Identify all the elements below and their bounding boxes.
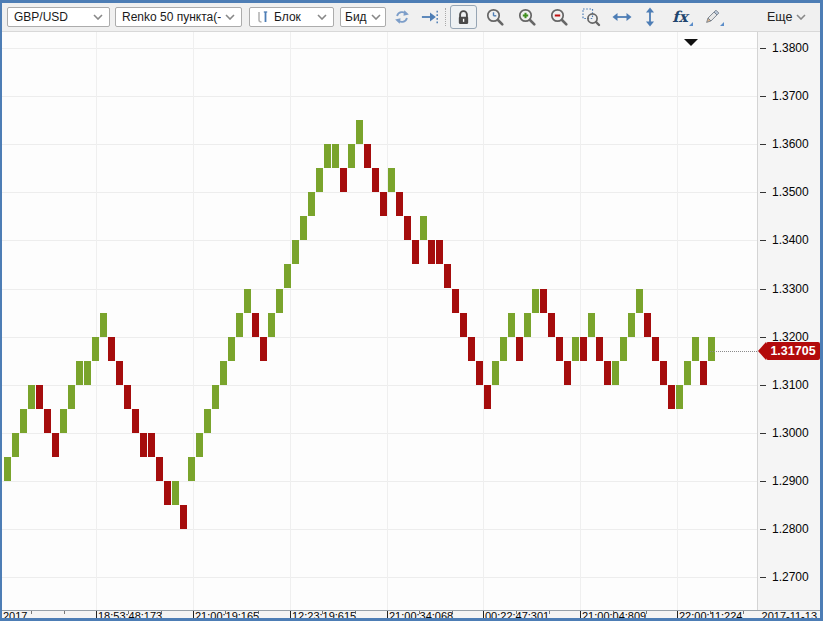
current-price-badge-tip [758, 342, 766, 360]
price-side-value: Бид [345, 10, 369, 24]
renko-brick [100, 313, 107, 337]
price-tick-label: 1.3000 [772, 426, 809, 440]
renko-brick [284, 264, 291, 288]
renko-brick [76, 361, 83, 385]
renko-brick [12, 433, 19, 457]
renko-brick [300, 216, 307, 240]
renko-brick [316, 168, 323, 192]
horizontal-gridline [2, 48, 757, 49]
vertical-gridline [290, 32, 291, 610]
horizontal-gridline [2, 385, 757, 386]
renko-brick [404, 216, 411, 240]
time-tick-label: 2017-11-13 [762, 611, 817, 621]
indicators-button[interactable]: fx [666, 7, 694, 27]
fx-icon: fx [672, 10, 687, 25]
time-major-tick [580, 611, 581, 621]
renko-brick [620, 337, 627, 361]
draw-button[interactable] [699, 7, 725, 27]
renko-brick [244, 289, 251, 313]
renko-brick [260, 337, 267, 361]
price-axis[interactable]: 1.38001.37001.36001.35001.34001.33001.32… [757, 32, 821, 610]
zoom-in-button[interactable] [515, 7, 539, 27]
horizontal-gridline [2, 481, 757, 482]
renko-brick [396, 192, 403, 216]
renko-brick [60, 409, 67, 433]
price-tick-label: 1.3400 [772, 233, 809, 247]
renko-brick [164, 481, 171, 505]
zoom-time-button[interactable] [483, 7, 507, 27]
price-tick-dash [760, 144, 766, 145]
more-menu-label: Еще [767, 10, 792, 24]
price-tick-dash [760, 385, 766, 386]
vertical-gridline [96, 32, 97, 610]
chevron-down-icon [225, 14, 235, 20]
go-to-latest-button[interactable] [418, 7, 442, 27]
renko-brick [500, 337, 507, 361]
price-tick-dash [760, 577, 766, 578]
time-minor-tick [743, 611, 744, 614]
expand-horizontal-button[interactable] [610, 7, 634, 27]
renko-brick [580, 337, 587, 361]
time-tick-label: 21:00:19:165 [195, 611, 259, 621]
renko-brick [340, 168, 347, 192]
price-tick-label: 1.3800 [772, 41, 809, 55]
renko-brick [116, 361, 123, 385]
price-side-select[interactable]: Бид [340, 7, 386, 27]
refresh-icon [393, 8, 411, 26]
lock-scroll-button[interactable] [450, 5, 477, 29]
time-major-tick [677, 611, 678, 621]
refresh-button[interactable] [390, 7, 414, 27]
renko-brick [388, 168, 395, 192]
horizontal-arrows-icon [612, 9, 632, 25]
renko-brick [276, 289, 283, 313]
expand-vertical-button[interactable] [638, 7, 662, 27]
time-major-tick [290, 611, 291, 621]
renko-brick [668, 385, 675, 409]
renko-brick [420, 216, 427, 240]
time-major-tick [387, 611, 388, 621]
renko-brick [52, 433, 59, 457]
renko-brick [460, 313, 467, 337]
renko-brick [236, 313, 243, 337]
renko-brick [356, 120, 363, 144]
vertical-gridline [483, 32, 484, 610]
vertical-gridline [387, 32, 388, 610]
renko-brick [148, 433, 155, 457]
period-select[interactable]: Renko 50 пункта(-... [115, 7, 242, 27]
zoom-region-button[interactable] [579, 7, 603, 27]
zoom-out-button[interactable] [547, 7, 571, 27]
renko-brick [452, 289, 459, 313]
pencil-icon [703, 8, 721, 26]
renko-brick [28, 385, 35, 409]
renko-brick [548, 313, 555, 337]
chart-type-select[interactable]: Блок [249, 7, 334, 27]
symbol-select[interactable]: GBP/USD [7, 7, 110, 27]
renko-brick [156, 457, 163, 481]
renko-brick [700, 361, 707, 385]
renko-brick [172, 481, 179, 505]
renko-brick [44, 409, 51, 433]
renko-brick [92, 337, 99, 361]
chevron-down-icon [317, 14, 327, 20]
renko-brick [140, 433, 147, 457]
renko-brick [676, 385, 683, 409]
chevron-down-icon [93, 14, 103, 20]
renko-brick [708, 337, 715, 361]
time-tick-label: 00:22:47:301 [485, 611, 549, 621]
renko-brick [612, 361, 619, 385]
zoom-in-icon [517, 7, 537, 27]
renko-brick [364, 144, 371, 168]
price-tick-dash [760, 240, 766, 241]
renko-brick [268, 313, 275, 337]
chart-plot[interactable] [2, 32, 757, 610]
more-menu[interactable]: Еще [767, 7, 806, 27]
renko-brick [484, 385, 491, 409]
horizontal-gridline [2, 529, 757, 530]
renko-brick [132, 409, 139, 433]
price-tick-label: 1.2900 [772, 474, 809, 488]
price-tick-dash [760, 96, 766, 97]
time-axis[interactable]: 201718:53:48:17321:00:19:16512:23:19:615… [2, 610, 820, 621]
renko-brick [588, 313, 595, 337]
time-major-tick [483, 611, 484, 621]
price-tick-dash [760, 433, 766, 434]
